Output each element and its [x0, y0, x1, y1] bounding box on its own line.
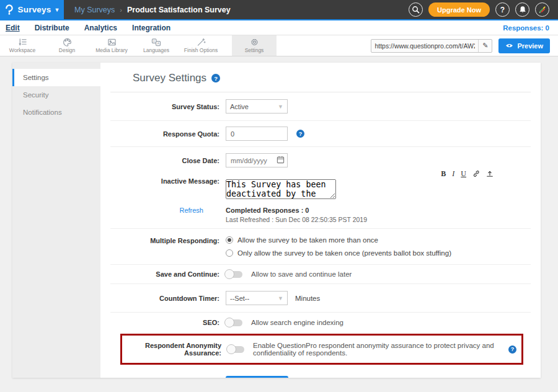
- survey-url-input[interactable]: [371, 40, 478, 52]
- help-button[interactable]: ?: [495, 2, 510, 17]
- response-quota-label: Response Quota:: [110, 130, 219, 138]
- survey-status-label: Survey Status:: [110, 103, 219, 110]
- edit-url-button[interactable]: ✎: [478, 40, 492, 52]
- save-and-continue-label: Save and Continue:: [110, 270, 219, 278]
- countdown-timer-value: --Set--: [230, 295, 249, 302]
- eye-icon: [505, 43, 513, 48]
- bell-icon: [519, 6, 526, 14]
- sidebar-item-notifications[interactable]: Notifications: [12, 104, 100, 121]
- underline-button[interactable]: U: [461, 170, 466, 177]
- anonymity-text: Enable QuestionPro respondent anonymity …: [253, 342, 503, 357]
- toolbar-tab-label: Languages: [143, 47, 169, 53]
- toolbar-tab-settings[interactable]: Settings: [232, 35, 277, 56]
- countdown-timer-suffix: Minutes: [295, 295, 320, 302]
- chevron-down-icon: ▼: [55, 7, 60, 13]
- notifications-button[interactable]: [515, 2, 529, 17]
- survey-nav: Edit Distribute Analytics Integration Re…: [0, 20, 558, 35]
- toolbar-tab-label: Workspace: [9, 47, 35, 53]
- survey-status-row: Survey Status: Active ▼: [110, 92, 531, 121]
- completed-responses: Completed Responses : 0: [226, 207, 367, 214]
- survey-status-value: Active: [230, 103, 249, 110]
- refresh-link[interactable]: Refresh: [110, 207, 219, 223]
- toolbar-tab-label: Finish Options: [184, 47, 218, 53]
- sidebar-item-settings[interactable]: Settings: [12, 69, 100, 86]
- anonymity-highlight-box: Respondent Anonymity Assurance: Enable Q…: [120, 334, 523, 365]
- editor-toolbar: B I U: [226, 169, 494, 179]
- top-actions: Upgrade Now ?: [409, 0, 558, 19]
- palette-icon: [63, 38, 72, 47]
- page-title: Survey Settings: [133, 72, 206, 84]
- preview-button[interactable]: Preview: [498, 38, 550, 53]
- toolbar-tab-label: Media Library: [95, 47, 128, 53]
- question-mark-icon: ?: [500, 6, 505, 14]
- upload-image-icon[interactable]: [486, 170, 494, 177]
- inactive-message-label: Inactive Message:: [110, 169, 219, 202]
- toolbar-tab-media-library[interactable]: Media Library: [89, 35, 134, 56]
- response-quota-row: Response Quota: ?: [110, 121, 531, 147]
- survey-url-box: ✎: [371, 39, 492, 53]
- app-root: Surveys ▼ My Surveys › Product Satisfact…: [0, 0, 558, 378]
- multiple-responding-row: Multiple Responding: Allow the survey to…: [110, 229, 531, 265]
- radio-button-icon[interactable]: [226, 236, 233, 244]
- tab-integration[interactable]: Integration: [132, 24, 170, 32]
- anonymity-help-icon[interactable]: ?: [508, 345, 516, 354]
- whats-new-button[interactable]: [535, 2, 549, 17]
- save-row: Save Changes: [110, 365, 531, 378]
- title-row: Survey Settings ?: [110, 63, 531, 92]
- settings-card: Settings Security Notifications Survey S…: [12, 63, 541, 378]
- search-icon: [412, 6, 420, 14]
- countdown-timer-select[interactable]: --Set-- ▼: [226, 291, 288, 305]
- upgrade-now-button[interactable]: Upgrade Now: [428, 2, 490, 17]
- magic-wand-icon: [197, 38, 206, 47]
- seo-toggle[interactable]: [226, 319, 242, 326]
- edit-toolbar: Workspace Design Media Library: [0, 35, 558, 56]
- save-and-continue-toggle[interactable]: [226, 271, 242, 278]
- tab-edit[interactable]: Edit: [6, 24, 20, 32]
- search-button[interactable]: [409, 2, 423, 17]
- tab-distribute[interactable]: Distribute: [35, 24, 69, 32]
- toolbar-right: ✎ Preview: [371, 35, 558, 56]
- survey-status-select[interactable]: Active ▼: [226, 99, 288, 114]
- close-date-row: Close Date:: [110, 149, 531, 169]
- save-and-continue-row: Save and Continue: Allow to save and con…: [110, 265, 531, 284]
- toolbar-tabs: Workspace Design Media Library: [0, 35, 277, 56]
- settings-sidebar: Settings Security Notifications: [12, 63, 100, 378]
- colorful-pencil-icon: [538, 6, 546, 14]
- settings-main: Survey Settings ? Survey Status: Active …: [100, 63, 541, 378]
- radio-allow-multiple-label: Allow the survey to be taken more than o…: [237, 236, 378, 244]
- response-quota-help-icon[interactable]: ?: [296, 130, 304, 138]
- toolbar-tab-design[interactable]: Design: [45, 35, 89, 56]
- responses-count: Responses: 0: [503, 24, 549, 32]
- save-and-continue-text: Allow to save and continue later: [251, 270, 352, 278]
- multiple-responding-label: Multiple Responding:: [110, 236, 219, 244]
- top-bar: Surveys ▼ My Surveys › Product Satisfact…: [0, 0, 558, 20]
- surveys-menu[interactable]: Surveys ▼: [0, 0, 64, 19]
- response-quota-input[interactable]: [226, 127, 288, 141]
- tab-analytics[interactable]: Analytics: [84, 24, 117, 32]
- save-changes-button[interactable]: Save Changes: [226, 376, 288, 378]
- page-body: Settings Security Notifications Survey S…: [0, 56, 558, 378]
- radio-allow-multiple[interactable]: Allow the survey to be taken more than o…: [226, 236, 378, 244]
- survey-settings-help-icon[interactable]: ?: [211, 74, 220, 82]
- toolbar-tab-languages[interactable]: A x̄ Languages: [134, 35, 179, 56]
- close-date-label: Close Date:: [110, 157, 219, 164]
- inactive-message-row: Inactive Message: B I U: [110, 169, 531, 202]
- toolbar-tab-finish-options[interactable]: Finish Options: [179, 35, 223, 56]
- anonymity-toggle[interactable]: [228, 346, 244, 353]
- sidebar-item-security[interactable]: Security: [12, 86, 100, 104]
- link-icon[interactable]: [472, 170, 480, 177]
- radio-allow-once[interactable]: Only allow the survey to be taken once (…: [226, 249, 451, 257]
- calendar-icon[interactable]: [277, 156, 285, 164]
- breadcrumb-my-surveys[interactable]: My Surveys: [74, 6, 115, 14]
- chevron-down-icon: ▼: [278, 104, 283, 110]
- preview-label: Preview: [517, 42, 543, 50]
- seo-label: SEO:: [110, 319, 219, 326]
- toolbar-tab-workspace[interactable]: Workspace: [0, 35, 45, 56]
- bold-button[interactable]: B: [441, 170, 446, 177]
- svg-text:x̄: x̄: [153, 39, 155, 43]
- italic-button[interactable]: I: [452, 170, 454, 177]
- seo-text: Allow search engine indexing: [251, 319, 343, 326]
- radio-allow-once-label: Only allow the survey to be taken once (…: [237, 249, 451, 257]
- inactive-message-textarea[interactable]: This Survey has been deactivated by the …: [226, 179, 336, 199]
- radio-button-icon[interactable]: [226, 249, 233, 257]
